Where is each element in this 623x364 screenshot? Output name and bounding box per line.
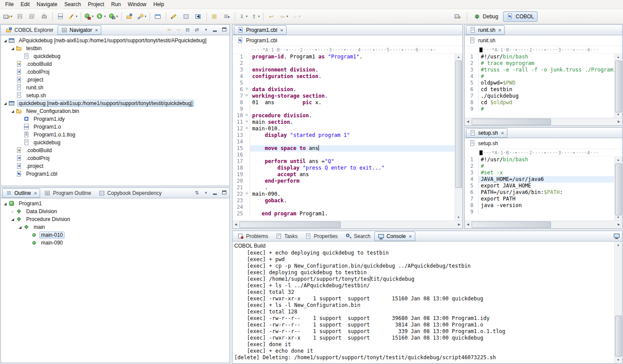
dropdown-arrow-icon[interactable]: ▾ bbox=[116, 14, 118, 18]
scroll-down-button[interactable]: ▼ bbox=[615, 111, 622, 118]
navigator-item-quickdebug[interactable]: quickdebug bbox=[1, 52, 229, 60]
view-menu-button[interactable]: ▾ bbox=[202, 26, 210, 34]
code-line[interactable]: 8cd $oldpwd bbox=[465, 99, 614, 106]
back-button[interactable]: ⇦▾ bbox=[277, 11, 290, 22]
code-line[interactable]: 19 accept ans bbox=[233, 171, 455, 178]
code-line[interactable]: 21 . bbox=[233, 184, 455, 191]
dropdown-arrow-icon[interactable]: ▾ bbox=[286, 14, 288, 18]
navigator-item-apquickdebug-nwb-aix61sup-home1-support-[interactable]: ◢APquickdebug [nwb-aix61sup:/home1/suppo… bbox=[1, 37, 229, 44]
cobol-tools-button[interactable]: ▾ bbox=[67, 11, 79, 22]
scroll-left-button[interactable]: ◀ bbox=[465, 118, 471, 125]
code-line[interactable]: 5export JAVA_HOME bbox=[465, 183, 614, 189]
scroll-up-button[interactable]: ▲ bbox=[615, 242, 622, 248]
code-line[interactable]: 7export PATH bbox=[465, 196, 614, 202]
profile-button[interactable]: ▾ bbox=[107, 11, 120, 22]
close-icon[interactable]: × bbox=[501, 130, 503, 136]
horizontal-scrollbar[interactable]: ◀ ▶ bbox=[465, 221, 622, 228]
code-line[interactable]: 1program-id. Program1 as "Program1". bbox=[233, 54, 455, 60]
outline-item-main-090[interactable]: main-090 bbox=[1, 239, 229, 247]
scroll-thumb[interactable] bbox=[615, 61, 622, 112]
outline-item-procedure-division[interactable]: ◢Procedure Division bbox=[1, 215, 229, 223]
code-line[interactable]: 2 bbox=[233, 60, 455, 67]
code-line[interactable]: 9 bbox=[465, 209, 614, 215]
run-button[interactable]: ▾ bbox=[95, 11, 107, 22]
previous-annotation-button[interactable]: ⇧▾ bbox=[249, 11, 261, 22]
code-line[interactable]: 1#!/usr/bin/bash bbox=[465, 156, 614, 163]
nav-back-button[interactable]: ⇦ bbox=[165, 26, 173, 34]
navigator-item-project[interactable]: .project bbox=[1, 162, 229, 170]
scroll-thumb[interactable] bbox=[240, 221, 341, 228]
scroll-thumb[interactable] bbox=[472, 119, 551, 125]
scroll-up-button[interactable]: ▲ bbox=[455, 54, 462, 60]
collapse-arrow-icon[interactable]: ◢ bbox=[10, 47, 16, 51]
navigator-item-setup-sh[interactable]: setup.sh bbox=[1, 92, 229, 99]
outline-tab-outline[interactable]: Outline× bbox=[2, 188, 40, 198]
code-line[interactable]: 16 bbox=[233, 152, 455, 158]
navigator-item-new-configuration-bin[interactable]: ◢New_Configuration.bin bbox=[1, 107, 229, 115]
maximize-button[interactable] bbox=[220, 189, 228, 197]
print-button[interactable] bbox=[38, 11, 51, 22]
code-line[interactable]: 10⊖procedure division. bbox=[233, 112, 455, 119]
menu-search[interactable]: Search bbox=[61, 0, 84, 8]
perspective-debug[interactable]: Debug bbox=[470, 11, 502, 22]
next-annotation-button[interactable]: ⇩▾ bbox=[237, 11, 249, 22]
collapse-arrow-icon[interactable]: ◢ bbox=[2, 39, 8, 43]
code-line[interactable]: 18 display "press Q enter to exit..." bbox=[233, 165, 455, 171]
code-line[interactable]: 2# bbox=[465, 163, 614, 170]
fold-collapse-icon[interactable]: ⊖ bbox=[244, 119, 250, 126]
dropdown-arrow-icon[interactable]: ▾ bbox=[92, 14, 93, 18]
outline-item-program1[interactable]: ◢Program1 bbox=[1, 200, 229, 208]
fold-collapse-icon[interactable]: ⊖ bbox=[244, 126, 250, 132]
link-editor-button[interactable]: ⇄ bbox=[193, 26, 201, 34]
dropdown-arrow-icon[interactable]: ▾ bbox=[144, 14, 146, 18]
code-area[interactable]: 1#!/usr/bin/bash2# trace myprogram3#trus… bbox=[465, 54, 614, 118]
code-line[interactable]: 11⊖main section. bbox=[233, 119, 455, 126]
grid-view-button[interactable] bbox=[180, 11, 192, 22]
code-line[interactable]: 6⊖data division. bbox=[233, 86, 455, 93]
open-element-button[interactable] bbox=[123, 11, 136, 22]
new-wizard-button[interactable]: ▾ bbox=[2, 11, 14, 22]
scroll-down-button[interactable]: ▼ bbox=[615, 357, 622, 363]
mark-occurrences-button[interactable] bbox=[209, 11, 221, 22]
vertical-scrollbar[interactable]: ▲ ▼ bbox=[614, 156, 622, 221]
navigator-item-program1-o-1-tlog[interactable]: Program1.o.1.tlog bbox=[1, 131, 229, 139]
scroll-thumb[interactable] bbox=[455, 61, 462, 188]
navigator-item-program1-idy[interactable]: Program1.idy bbox=[1, 115, 229, 123]
collapse-all-button[interactable]: ⊟ bbox=[184, 26, 192, 34]
code-line[interactable]: 801 ans pic x. bbox=[233, 99, 455, 106]
show-selected-button[interactable] bbox=[221, 11, 233, 22]
code-line[interactable]: 24 bbox=[233, 204, 455, 211]
menu-window[interactable]: Window bbox=[124, 0, 150, 8]
code-line[interactable]: 3environment division. bbox=[233, 67, 455, 73]
navigator-item-program1-cbl[interactable]: Program1.cbl bbox=[1, 170, 229, 178]
console-tab-search[interactable]: Search bbox=[342, 231, 374, 241]
collapse-arrow-icon[interactable]: ◢ bbox=[2, 102, 8, 105]
code-line[interactable]: 1#!/usr/bin/bash bbox=[465, 54, 614, 60]
vertical-scrollbar[interactable]: ▲ ▼ bbox=[614, 54, 622, 118]
code-line[interactable]: 6PATH=/usr/java6/bin:$PATH: bbox=[465, 189, 614, 196]
code-line[interactable]: 6cd testbin bbox=[465, 86, 614, 93]
horizontal-scrollbar[interactable]: ◀ ▶ bbox=[233, 221, 462, 228]
fold-collapse-icon[interactable]: ⊖ bbox=[244, 191, 250, 197]
maximize-button[interactable] bbox=[220, 26, 228, 34]
dropdown-arrow-icon[interactable]: ▾ bbox=[104, 14, 106, 18]
menu-help[interactable]: Help bbox=[150, 0, 168, 8]
expand-arrow-icon[interactable]: ▷ bbox=[10, 210, 16, 214]
scroll-up-button[interactable]: ▲ bbox=[615, 54, 622, 60]
last-edit-button[interactable]: ↩ bbox=[265, 11, 277, 22]
code-line[interactable]: 4configuration section. bbox=[233, 73, 455, 80]
outline-item-data-division[interactable]: ▷Data Division bbox=[1, 208, 229, 215]
open-console-button[interactable] bbox=[613, 232, 621, 240]
code-line[interactable]: 25 end program Program1. bbox=[233, 211, 455, 217]
outline-item-main-010[interactable]: main-010 bbox=[1, 231, 229, 239]
scroll-right-button[interactable]: ▶ bbox=[616, 221, 622, 228]
close-icon[interactable]: × bbox=[95, 27, 98, 33]
outline-item-main[interactable]: ◢main bbox=[1, 223, 229, 231]
scroll-up-button[interactable]: ▲ bbox=[615, 156, 622, 163]
outline-tab-program-outline[interactable]: Program Outline bbox=[41, 188, 94, 198]
code-line[interactable]: 7./quickdebug bbox=[465, 93, 614, 99]
setup-tab-setup-sh[interactable]: setup.sh× bbox=[466, 128, 507, 138]
search-button[interactable]: ▾ bbox=[136, 11, 148, 22]
console-tab-problems[interactable]: Problems bbox=[234, 231, 272, 241]
navigator-item-project[interactable]: .project bbox=[1, 76, 229, 84]
